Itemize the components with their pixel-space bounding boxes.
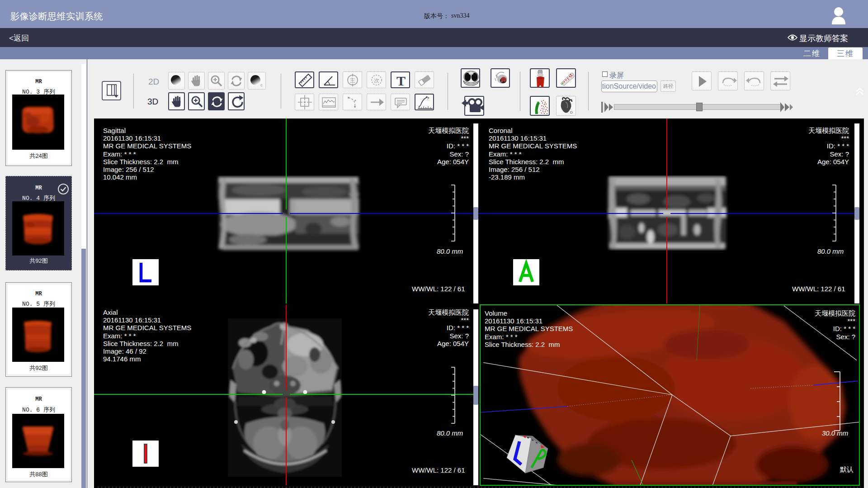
svg-text:T: T <box>396 73 406 88</box>
svg-text:主: 主 <box>350 77 355 84</box>
svg-text:次: 次 <box>374 77 379 84</box>
svg-text:c: c <box>260 83 263 87</box>
svg-text:D: D <box>570 110 573 114</box>
